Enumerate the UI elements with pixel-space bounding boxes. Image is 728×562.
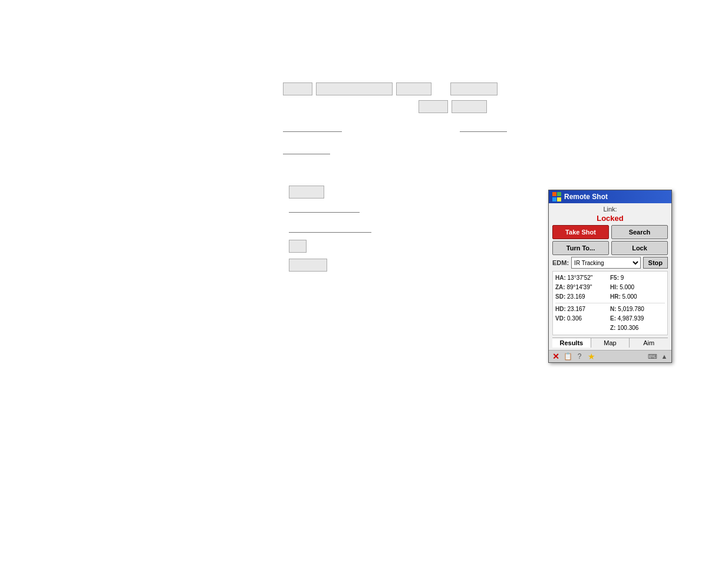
keyboard-icon[interactable]: ⌨ — [648, 352, 657, 361]
link-row: Link: — [552, 206, 668, 213]
help-icon[interactable]: ? — [575, 352, 584, 361]
za-value: 89°14'39" — [566, 284, 592, 290]
background-left-section — [289, 186, 371, 272]
bg-input-4 — [450, 82, 498, 95]
dialog-tabs: Results Map Aim — [552, 338, 668, 348]
bg-input-6 — [452, 100, 487, 113]
star-icon[interactable]: ★ — [587, 352, 596, 361]
z-cell: Z: 100.306 — [610, 323, 665, 333]
f5-label: F5: — [610, 275, 619, 281]
turn-to-button[interactable]: Turn To... — [552, 241, 609, 255]
bg-underline-3 — [283, 144, 330, 154]
hi-label: HI: — [610, 284, 618, 290]
ha-label: HA: — [555, 275, 566, 281]
hi-cell: HI: 5.000 — [610, 283, 665, 292]
dialog-title: Remote Shot — [564, 193, 608, 201]
bg-input-1 — [283, 82, 312, 95]
e-label: E: — [610, 315, 616, 322]
bg-left-small-input — [289, 240, 307, 253]
sd-value: 23.169 — [567, 293, 585, 300]
n-label: N: — [610, 306, 617, 312]
n-cell: N: 5,019.780 — [610, 305, 665, 314]
za-label: ZA: — [555, 284, 565, 290]
sd-cell: SD: 23.169 — [555, 292, 610, 302]
dialog-titlebar: Remote Shot — [549, 190, 671, 203]
bg-left-btn — [289, 186, 324, 199]
n-value: 5,019.780 — [618, 306, 644, 312]
hr-cell: HR: 5.000 — [610, 292, 665, 302]
tab-aim[interactable]: Aim — [630, 338, 668, 348]
bg-underline-1 — [283, 121, 342, 132]
windows-logo-icon — [552, 192, 562, 201]
empty-cell — [555, 323, 610, 333]
bg-underline-2 — [460, 121, 507, 132]
lock-button[interactable]: Lock — [611, 241, 668, 255]
measurements-panel: HA: 13°37'52" F5: 9 ZA: 89°14'39" HI: 5.… — [552, 271, 668, 335]
sd-label: SD: — [555, 293, 565, 300]
vd-label: VD: — [555, 315, 565, 322]
dialog-statusbar: ✕ 📋 ? ★ ⌨ ▲ — [549, 350, 671, 362]
z-label: Z: — [610, 325, 615, 331]
za-cell: ZA: 89°14'39" — [555, 283, 610, 292]
expand-icon[interactable]: ▲ — [660, 352, 669, 361]
bg-left-underline-2 — [289, 222, 371, 233]
stop-button[interactable]: Stop — [643, 257, 668, 269]
remote-shot-dialog: Remote Shot Link: Locked Take Shot Searc… — [548, 190, 672, 363]
hi-value: 5.000 — [620, 284, 634, 290]
vd-value: 0.306 — [567, 315, 582, 322]
take-shot-search-row: Take Shot Search — [552, 225, 668, 239]
hd-label: HD: — [555, 306, 566, 312]
dialog-body: Link: Locked Take Shot Search Turn To...… — [549, 203, 671, 350]
e-value: 4,987.939 — [618, 315, 644, 322]
link-label: Link: — [603, 206, 617, 213]
vd-cell: VD: 0.306 — [555, 314, 610, 323]
bg-left-medium-input — [289, 259, 327, 272]
locked-status: Locked — [552, 214, 668, 223]
z-value: 100.306 — [617, 325, 638, 331]
hd-value: 23.167 — [568, 306, 586, 312]
e-cell: E: 4,987.939 — [610, 314, 665, 323]
close-status-icon[interactable]: ✕ — [551, 352, 561, 361]
copy-icon[interactable]: 📋 — [563, 352, 572, 361]
ha-value: 13°37'52" — [568, 275, 593, 281]
bg-input-3 — [396, 82, 431, 95]
f5-cell: F5: 9 — [610, 273, 665, 283]
bg-input-5 — [419, 100, 448, 113]
tab-map[interactable]: Map — [591, 338, 630, 348]
edm-row: EDM: IR Tracking LR Tracking Fine Stop — [552, 257, 668, 269]
hr-value: 5.000 — [622, 293, 637, 300]
bg-input-2 — [316, 82, 393, 95]
search-button[interactable]: Search — [611, 225, 668, 239]
edm-label: EDM: — [552, 259, 569, 266]
hr-label: HR: — [610, 293, 621, 300]
f5-value: 9 — [621, 275, 624, 281]
tab-results[interactable]: Results — [552, 338, 591, 348]
take-shot-button[interactable]: Take Shot — [552, 225, 609, 239]
ha-cell: HA: 13°37'52" — [555, 273, 610, 283]
background-form — [283, 82, 507, 166]
turn-to-lock-row: Turn To... Lock — [552, 241, 668, 255]
edm-select[interactable]: IR Tracking LR Tracking Fine — [571, 257, 640, 269]
bg-left-underline-1 — [289, 202, 360, 213]
hd-cell: HD: 23.167 — [555, 305, 610, 314]
